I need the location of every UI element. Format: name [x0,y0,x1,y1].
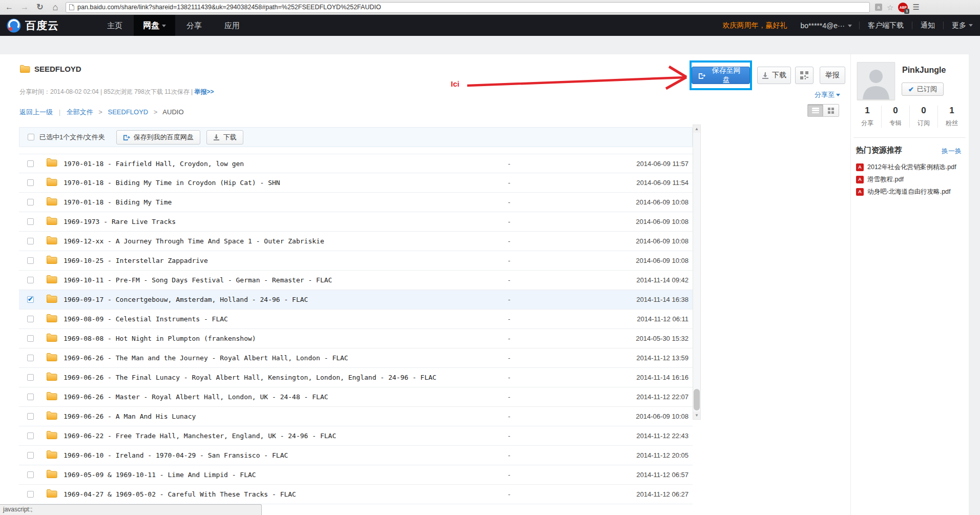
back-icon[interactable]: ← [4,2,14,12]
forward-icon[interactable]: → [19,2,30,12]
file-row[interactable]: 1969-12-xx - A Journey Through Time And … [19,232,693,251]
file-row[interactable]: 1969-06-26 - A Man And His Lunacy-2014-0… [19,407,693,426]
report-button[interactable]: 举报 [820,67,845,84]
file-name-link[interactable]: 1969-06-26 - Master - Royal Albert Hall,… [64,393,494,401]
file-name-link[interactable]: 1969-06-22 - Free Trade Hall, Manchester… [64,432,494,440]
list-scrollbar[interactable]: ▲ ▼ [693,125,701,420]
browser-menu-icon[interactable]: ☰ [912,3,919,12]
profile-stat-粉丝[interactable]: 1粉丝 [938,106,966,128]
profile-username[interactable]: PinkJungle [902,66,946,75]
row-checkbox[interactable] [27,316,34,322]
nav-item-网盘[interactable]: 网盘 [134,15,175,36]
row-checkbox[interactable] [27,452,34,459]
file-name-link[interactable]: 1969-09-17 - Concertgebouw, Amsterdam, H… [64,296,494,303]
row-checkbox[interactable] [27,179,34,186]
row-checkbox[interactable] [27,257,34,264]
row-checkbox[interactable] [27,277,34,283]
file-row[interactable]: 1969-06-26 - Master - Royal Albert Hall,… [19,387,693,407]
promo-link[interactable]: 欢庆两周年，赢好礼 [722,21,787,30]
file-name-link[interactable]: 1969-06-26 - A Man And His Lunacy [64,413,494,420]
hot-resource-item[interactable]: A滑雪教程.pdf [856,173,966,186]
file-name-link[interactable]: 1969-06-26 - The Final Lunacy - Royal Al… [64,374,494,381]
row-checkbox[interactable] [27,160,34,167]
profile-stat-订阅[interactable]: 0订阅 [910,106,938,128]
file-name-link[interactable]: 1969-08-08 - Hot Night in Plumpton (fran… [64,335,494,342]
file-row[interactable]: 1969-05-09 & 1969-10-11 - Lime And Limpi… [19,465,693,485]
avatar[interactable] [857,62,895,100]
file-row[interactable]: 1969-06-22 - Free Trade Hall, Manchester… [19,426,693,446]
bookmark-star-icon[interactable]: ☆ [887,4,893,11]
refresh-recommendations-link[interactable]: 换一换 [942,147,962,156]
file-row[interactable]: 1969-10-11 - Pre-FM - Song Days Festival… [19,271,693,290]
breadcrumb-folder-link[interactable]: SEEDFLOYD [108,108,148,116]
breadcrumb-back-link[interactable]: 返回上一级 [19,108,53,116]
nav-notifications[interactable]: 通知 [912,21,943,30]
file-row[interactable]: 1969-08-08 - Hot Night in Plumpton (fran… [19,329,693,348]
download-button[interactable]: 下载 [757,67,791,84]
row-checkbox[interactable] [27,491,34,498]
row-checkbox[interactable] [27,199,34,205]
file-row[interactable]: 1970-01-18 - Biding My Time-2014-06-09 1… [19,193,693,212]
nav-client-download[interactable]: 客户端下载 [860,21,912,30]
download-selected-button[interactable]: 下载 [206,130,243,145]
row-checkbox[interactable] [27,394,34,400]
url-text[interactable]: pan.baidu.com/share/link?shareid=1382111… [77,4,381,11]
save-to-netdisk-button[interactable]: 保存至网盘 [692,67,750,84]
file-name-link[interactable]: 1969-05-09 & 1969-10-11 - Lime And Limpi… [64,471,494,479]
nav-item-分享[interactable]: 分享 [175,15,213,36]
row-checkbox[interactable] [27,471,34,478]
nav-item-主页[interactable]: 主页 [96,15,134,36]
reload-icon[interactable]: ↻ [35,2,45,12]
row-checkbox[interactable] [27,432,34,439]
address-bar[interactable]: pan.baidu.com/share/link?shareid=1382111… [66,2,870,13]
hot-resource-item[interactable]: A2012年社会化营销案例精选.pdf [856,161,966,173]
scroll-up-arrow[interactable]: ▲ [693,125,700,133]
row-checkbox[interactable] [27,374,34,381]
subscribed-button[interactable]: ✔ 已订阅 [902,83,944,96]
file-name-link[interactable]: 1969-08-09 - Celestial Instruments - FLA… [64,315,494,323]
report-link[interactable]: 举报>> [195,88,214,95]
file-row[interactable]: 1969-04-27 & 1969-05-02 - Careful With T… [19,485,693,504]
row-checkbox[interactable] [27,335,34,342]
row-checkbox[interactable] [27,238,34,244]
hot-resource-item[interactable]: A动身吧-北海道自由行攻略.pdf [856,186,966,198]
baidu-cloud-logo[interactable]: 百度云 [6,18,75,33]
row-checkbox[interactable] [27,355,34,361]
file-row[interactable]: 1969-1973 - Rare Live Tracks-2014-06-09 … [19,212,693,232]
file-row[interactable]: 1970-01-18 - Fairfield Hall, Croydon, lo… [19,154,693,173]
profile-stat-分享[interactable]: 1分享 [853,106,882,128]
file-name-link[interactable]: 1970-01-18 - Fairfield Hall, Croydon, lo… [64,160,494,168]
list-view-button[interactable] [807,104,823,117]
file-name-link[interactable]: 1969-06-10 - Ireland - 1970-04-29 - San … [64,451,494,459]
file-name-link[interactable]: 1969-04-27 & 1969-05-02 - Careful With T… [64,490,494,498]
row-checkbox[interactable] [27,218,34,225]
row-checkbox[interactable] [27,413,34,420]
file-name-link[interactable]: 1969-12-xx - A Journey Through Time And … [64,237,494,245]
file-row[interactable]: 1969-08-09 - Celestial Instruments - FLA… [19,310,693,329]
select-all-checkbox[interactable] [28,134,34,140]
nav-more[interactable]: 更多 [944,21,976,30]
scrollbar-thumb[interactable] [694,389,700,410]
profile-stat-专辑[interactable]: 0专辑 [882,106,910,128]
file-name-link[interactable]: 1970-01-18 - Biding My Time in Croydon (… [64,179,494,187]
file-name-link[interactable]: 1969-1973 - Rare Live Tracks [64,218,494,225]
share-to-link[interactable]: 分享至 [804,90,840,99]
home-icon[interactable]: ⌂ [50,2,60,12]
breadcrumb-all-files-link[interactable]: 全部文件 [67,108,93,116]
grid-view-button[interactable] [823,104,839,117]
file-name-link[interactable]: 1969-06-26 - The Man and the Journey - R… [64,354,494,362]
qr-code-button[interactable] [795,67,814,84]
scroll-down-arrow[interactable]: ▼ [693,411,700,419]
adblock-icon[interactable]: ABP1 [898,3,908,12]
file-name-link[interactable]: 1969-10-25 - Interstellar Zappadrive [64,257,494,264]
save-to-my-netdisk-button[interactable]: 保存到我的百度网盘 [116,130,200,145]
file-row[interactable]: 1970-01-18 - Biding My Time in Croydon (… [19,173,693,193]
translate-icon[interactable]: a [875,4,882,11]
file-row[interactable]: 1969-09-17 - Concertgebouw, Amsterdam, H… [19,290,693,310]
file-row[interactable]: 1969-10-25 - Interstellar Zappadrive-201… [19,251,693,271]
row-checkbox-checked[interactable] [27,296,34,303]
file-row[interactable]: 1969-06-26 - The Final Lunacy - Royal Al… [19,368,693,387]
file-name-link[interactable]: 1970-01-18 - Biding My Time [64,198,494,206]
file-row[interactable]: 1969-06-26 - The Man and the Journey - R… [19,348,693,368]
file-row[interactable]: 1969-06-10 - Ireland - 1970-04-29 - San … [19,446,693,465]
